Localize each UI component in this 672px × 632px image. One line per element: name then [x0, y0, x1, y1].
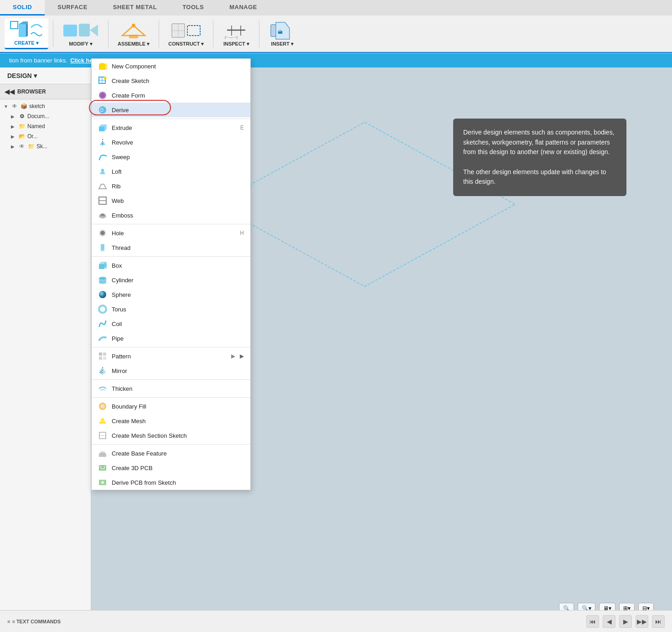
menu-item-thicken[interactable]: Thicken [92, 381, 250, 396]
create-button[interactable]: CREATE ▾ [5, 18, 48, 49]
menu-item-coil[interactable]: Coil [92, 316, 250, 331]
menu-item-boundary-fill[interactable]: Boundary Fill [92, 399, 250, 414]
svg-rect-10 [129, 35, 138, 38]
tooltip-line2: The other design elements update with ch… [463, 167, 616, 187]
nav-first[interactable]: ⏮ [586, 615, 599, 628]
svg-point-79 [101, 481, 104, 484]
menu-item-cylinder[interactable]: Cylinder [92, 273, 250, 287]
tab-solid[interactable]: SOLID [0, 0, 45, 16]
new-component-icon [98, 62, 107, 71]
svg-marker-25 [105, 62, 107, 70]
divider-after-mirror [92, 379, 250, 380]
nav-play[interactable]: ▶ [619, 615, 632, 628]
menu-item-sweep[interactable]: Sweep [92, 150, 250, 164]
svg-marker-65 [103, 368, 106, 374]
doc-label: Docum... [27, 113, 49, 119]
menu-item-thread[interactable]: Thread [92, 240, 250, 255]
assemble-button[interactable]: ASSEMBLE ▾ [113, 19, 154, 49]
menu-item-pipe[interactable]: Pipe [92, 331, 250, 346]
construct-label[interactable]: CONSTRUCT ▾ [168, 41, 204, 47]
cylinder-icon [98, 275, 107, 285]
menu-item-derive-pcb[interactable]: Derive PCB from Sketch [92, 475, 250, 490]
menu-item-loft[interactable]: Loft [92, 164, 250, 179]
tab-surface[interactable]: SURFACE [45, 0, 100, 16]
torus-label: Torus [112, 306, 244, 313]
menu-item-derive[interactable]: DDerive [92, 103, 250, 117]
svg-rect-0 [10, 21, 18, 29]
menu-item-create-sketch[interactable]: Create Sketch [92, 73, 250, 88]
menu-item-pattern[interactable]: Pattern▶▶ [92, 349, 250, 363]
assemble-label[interactable]: ASSEMBLE ▾ [118, 41, 150, 47]
divider-after-thread [92, 256, 250, 257]
back-icon[interactable]: ◀◀ [5, 88, 15, 95]
menu-item-new-component[interactable]: New Component [92, 59, 250, 73]
divider-after-derive [92, 119, 250, 119]
text-commands[interactable]: ≡ ≡ TEXT COMMANDS [7, 619, 61, 624]
menu-item-create-mesh-section[interactable]: Create Mesh Section Sketch [92, 428, 250, 443]
create-3d-pcb-label: Create 3D PCB [112, 465, 244, 471]
coil-label: Coil [112, 321, 244, 327]
menu-item-web[interactable]: Web [92, 193, 250, 208]
menu-item-rib[interactable]: Rib [92, 179, 250, 193]
svg-rect-23 [99, 64, 105, 70]
menu-item-sphere[interactable]: Sphere [92, 287, 250, 302]
text-commands-label: ≡ TEXT COMMANDS [12, 619, 61, 624]
tree-item-sketch[interactable]: ▼ 👁 📦 sketch [0, 101, 91, 111]
menu-item-create-mesh[interactable]: Create Mesh [92, 414, 250, 428]
create-mesh-section-icon [98, 431, 107, 440]
nav-next[interactable]: ▶▶ [636, 615, 648, 628]
menu-item-revolve[interactable]: Revolve [92, 135, 250, 150]
inspect-label[interactable]: INSPECT ▾ [223, 41, 249, 47]
svg-rect-5 [63, 25, 77, 36]
menu-item-extrude[interactable]: ExtrudeE [92, 120, 250, 135]
emboss-icon [98, 211, 107, 220]
pattern-arrow: ▶ [240, 353, 244, 359]
svg-rect-73 [100, 451, 105, 454]
sphere-label: Sphere [112, 291, 244, 298]
tree-arrow-sketches: ▶ [11, 144, 16, 149]
modify-button[interactable]: MODIFY ▾ [58, 19, 103, 49]
pattern-label: Pattern [112, 353, 227, 360]
modify-label[interactable]: MODIFY ▾ [69, 41, 93, 47]
web-label: Web [112, 197, 244, 204]
derive-icon: D [98, 105, 107, 114]
tree-item-sketches[interactable]: ▶ 👁 📁 Sk... [0, 141, 91, 151]
menu-item-torus[interactable]: Torus [92, 302, 250, 316]
tab-manage[interactable]: MANAGE [217, 0, 270, 16]
thicken-icon [98, 384, 107, 393]
svg-point-9 [132, 24, 135, 27]
hole-icon [98, 228, 107, 238]
construct-button[interactable]: CONSTRUCT ▾ [164, 19, 208, 49]
toolbar: SOLID SURFACE SHEET METAL TOOLS MANAGE [0, 0, 672, 53]
tree-item-named[interactable]: ▶ 📁 Named [0, 121, 91, 131]
sweep-icon [98, 152, 107, 161]
insert-button[interactable]: 🏔 INSERT ▾ [264, 19, 300, 49]
menu-item-create-3d-pcb[interactable]: Create 3D PCB [92, 461, 250, 475]
tab-tools[interactable]: TOOLS [170, 0, 217, 16]
svg-rect-62 [103, 357, 106, 360]
menu-item-box[interactable]: Box [92, 258, 250, 273]
pipe-icon [98, 334, 107, 343]
menu-item-hole[interactable]: HoleH [92, 226, 250, 240]
cylinder-label: Cylinder [112, 277, 244, 284]
inspect-button[interactable]: |←—→| INSPECT ▾ [218, 19, 254, 49]
svg-marker-2 [19, 24, 26, 37]
browser-label: BROWSER [17, 88, 46, 95]
menu-item-mirror[interactable]: Mirror [92, 363, 250, 378]
nav-last[interactable]: ⏭ [652, 615, 665, 628]
design-button[interactable]: DESIGN ▾ [0, 67, 91, 84]
nav-prev[interactable]: ◀ [603, 615, 615, 628]
tree-item-origin[interactable]: ▶ 📂 Or... [0, 131, 91, 141]
insert-label[interactable]: INSERT ▾ [271, 41, 294, 47]
sep5 [259, 20, 259, 47]
create-mesh-section-label: Create Mesh Section Sketch [112, 432, 244, 439]
pattern-icon [98, 352, 107, 361]
tab-sheet-metal[interactable]: SHEET METAL [100, 0, 170, 16]
tree-item-doc[interactable]: ▶ ⚙ Docum... [0, 111, 91, 121]
menu-item-create-form[interactable]: Create Form [92, 88, 250, 103]
create-label[interactable]: CREATE ▾ [14, 40, 38, 46]
svg-text:D: D [100, 108, 103, 113]
construct-icons [170, 21, 202, 40]
menu-item-create-base-feature[interactable]: Create Base Feature [92, 446, 250, 461]
menu-item-emboss[interactable]: Emboss [92, 208, 250, 223]
